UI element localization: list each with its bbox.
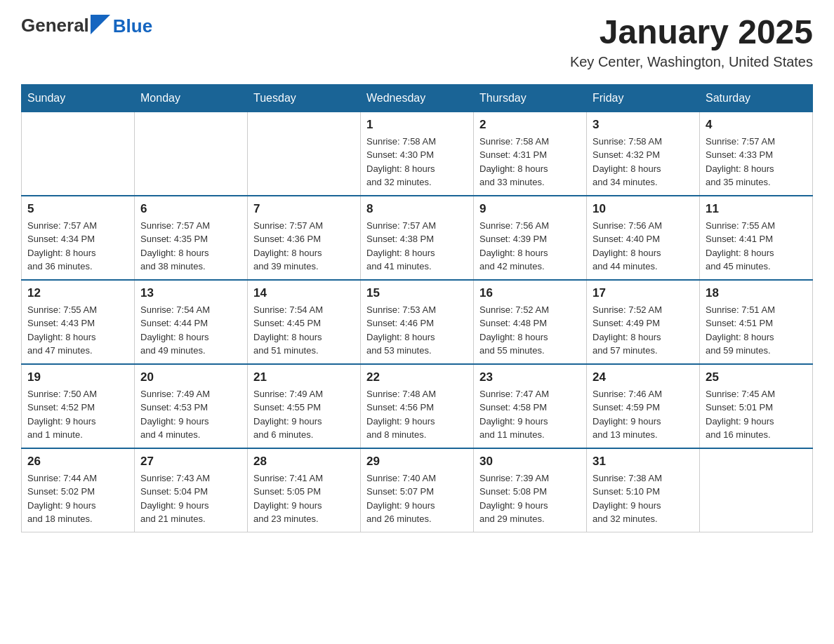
day-number: 31 bbox=[593, 455, 694, 469]
calendar-day-header: Tuesday bbox=[248, 84, 361, 112]
day-info: Sunrise: 7:50 AM Sunset: 4:52 PM Dayligh… bbox=[27, 387, 128, 442]
calendar-cell bbox=[248, 112, 361, 196]
calendar-cell: 20Sunrise: 7:49 AM Sunset: 4:53 PM Dayli… bbox=[135, 364, 248, 448]
calendar-week-row: 5Sunrise: 7:57 AM Sunset: 4:34 PM Daylig… bbox=[22, 196, 813, 280]
day-info: Sunrise: 7:57 AM Sunset: 4:35 PM Dayligh… bbox=[140, 219, 241, 274]
calendar-cell: 17Sunrise: 7:52 AM Sunset: 4:49 PM Dayli… bbox=[587, 280, 700, 364]
day-info: Sunrise: 7:57 AM Sunset: 4:33 PM Dayligh… bbox=[706, 135, 807, 189]
day-number: 18 bbox=[706, 286, 807, 300]
calendar-day-header: Monday bbox=[135, 84, 248, 112]
day-info: Sunrise: 7:38 AM Sunset: 5:10 PM Dayligh… bbox=[593, 471, 694, 526]
day-number: 20 bbox=[140, 370, 241, 384]
day-number: 8 bbox=[366, 202, 468, 216]
day-info: Sunrise: 7:49 AM Sunset: 4:55 PM Dayligh… bbox=[253, 387, 355, 442]
calendar-cell bbox=[135, 112, 248, 196]
day-info: Sunrise: 7:49 AM Sunset: 4:53 PM Dayligh… bbox=[140, 387, 241, 442]
day-number: 3 bbox=[593, 118, 694, 132]
month-title: January 2025 bbox=[570, 14, 813, 51]
day-number: 14 bbox=[253, 286, 355, 300]
page-header: General Blue January 2025 Key Center, Wa… bbox=[21, 14, 813, 70]
logo-general-text: General bbox=[21, 15, 89, 36]
calendar-table: SundayMondayTuesdayWednesdayThursdayFrid… bbox=[21, 84, 813, 532]
calendar-week-row: 19Sunrise: 7:50 AM Sunset: 4:52 PM Dayli… bbox=[22, 364, 813, 448]
calendar-cell: 4Sunrise: 7:57 AM Sunset: 4:33 PM Daylig… bbox=[700, 112, 813, 196]
calendar-cell: 9Sunrise: 7:56 AM Sunset: 4:39 PM Daylig… bbox=[474, 196, 587, 280]
calendar-week-row: 26Sunrise: 7:44 AM Sunset: 5:02 PM Dayli… bbox=[22, 448, 813, 532]
day-number: 2 bbox=[479, 118, 581, 132]
day-info: Sunrise: 7:51 AM Sunset: 4:51 PM Dayligh… bbox=[706, 303, 807, 358]
calendar-cell: 30Sunrise: 7:39 AM Sunset: 5:08 PM Dayli… bbox=[474, 448, 587, 532]
day-number: 16 bbox=[479, 286, 581, 300]
day-info: Sunrise: 7:52 AM Sunset: 4:48 PM Dayligh… bbox=[479, 303, 581, 358]
calendar-day-header: Sunday bbox=[22, 84, 135, 112]
day-info: Sunrise: 7:58 AM Sunset: 4:30 PM Dayligh… bbox=[366, 135, 468, 189]
day-number: 12 bbox=[27, 286, 128, 300]
calendar-cell: 27Sunrise: 7:43 AM Sunset: 5:04 PM Dayli… bbox=[135, 448, 248, 532]
day-info: Sunrise: 7:52 AM Sunset: 4:49 PM Dayligh… bbox=[593, 303, 694, 358]
calendar-cell: 12Sunrise: 7:55 AM Sunset: 4:43 PM Dayli… bbox=[22, 280, 135, 364]
calendar-cell: 10Sunrise: 7:56 AM Sunset: 4:40 PM Dayli… bbox=[587, 196, 700, 280]
calendar-day-header: Friday bbox=[587, 84, 700, 112]
calendar-cell: 8Sunrise: 7:57 AM Sunset: 4:38 PM Daylig… bbox=[361, 196, 474, 280]
day-info: Sunrise: 7:40 AM Sunset: 5:07 PM Dayligh… bbox=[366, 471, 468, 526]
day-number: 19 bbox=[27, 370, 128, 384]
calendar-day-header: Saturday bbox=[700, 84, 813, 112]
day-info: Sunrise: 7:54 AM Sunset: 4:45 PM Dayligh… bbox=[253, 303, 355, 358]
calendar-cell: 23Sunrise: 7:47 AM Sunset: 4:58 PM Dayli… bbox=[474, 364, 587, 448]
title-area: January 2025 Key Center, Washington, Uni… bbox=[570, 14, 813, 70]
calendar-cell: 24Sunrise: 7:46 AM Sunset: 4:59 PM Dayli… bbox=[587, 364, 700, 448]
day-info: Sunrise: 7:45 AM Sunset: 5:01 PM Dayligh… bbox=[706, 387, 807, 442]
calendar-cell: 26Sunrise: 7:44 AM Sunset: 5:02 PM Dayli… bbox=[22, 448, 135, 532]
day-info: Sunrise: 7:55 AM Sunset: 4:43 PM Dayligh… bbox=[27, 303, 128, 358]
day-info: Sunrise: 7:44 AM Sunset: 5:02 PM Dayligh… bbox=[27, 471, 128, 526]
day-number: 9 bbox=[479, 202, 581, 216]
calendar-cell: 16Sunrise: 7:52 AM Sunset: 4:48 PM Dayli… bbox=[474, 280, 587, 364]
day-number: 15 bbox=[366, 286, 468, 300]
day-info: Sunrise: 7:58 AM Sunset: 4:31 PM Dayligh… bbox=[479, 135, 581, 189]
day-info: Sunrise: 7:47 AM Sunset: 4:58 PM Dayligh… bbox=[479, 387, 581, 442]
day-info: Sunrise: 7:57 AM Sunset: 4:36 PM Dayligh… bbox=[253, 219, 355, 274]
day-number: 30 bbox=[479, 455, 581, 469]
day-number: 27 bbox=[140, 455, 241, 469]
calendar-cell: 7Sunrise: 7:57 AM Sunset: 4:36 PM Daylig… bbox=[248, 196, 361, 280]
calendar-cell: 18Sunrise: 7:51 AM Sunset: 4:51 PM Dayli… bbox=[700, 280, 813, 364]
day-number: 25 bbox=[706, 370, 807, 384]
day-info: Sunrise: 7:56 AM Sunset: 4:39 PM Dayligh… bbox=[479, 219, 581, 274]
calendar-cell: 6Sunrise: 7:57 AM Sunset: 4:35 PM Daylig… bbox=[135, 196, 248, 280]
day-info: Sunrise: 7:43 AM Sunset: 5:04 PM Dayligh… bbox=[140, 471, 241, 526]
day-number: 10 bbox=[593, 202, 694, 216]
calendar-week-row: 1Sunrise: 7:58 AM Sunset: 4:30 PM Daylig… bbox=[22, 112, 813, 196]
day-info: Sunrise: 7:53 AM Sunset: 4:46 PM Dayligh… bbox=[366, 303, 468, 358]
day-number: 6 bbox=[140, 202, 241, 216]
logo: General Blue bbox=[21, 14, 152, 37]
calendar-cell: 14Sunrise: 7:54 AM Sunset: 4:45 PM Dayli… bbox=[248, 280, 361, 364]
calendar-cell: 5Sunrise: 7:57 AM Sunset: 4:34 PM Daylig… bbox=[22, 196, 135, 280]
day-info: Sunrise: 7:48 AM Sunset: 4:56 PM Dayligh… bbox=[366, 387, 468, 442]
day-number: 26 bbox=[27, 455, 128, 469]
calendar-cell: 13Sunrise: 7:54 AM Sunset: 4:44 PM Dayli… bbox=[135, 280, 248, 364]
calendar-week-row: 12Sunrise: 7:55 AM Sunset: 4:43 PM Dayli… bbox=[22, 280, 813, 364]
calendar-cell: 25Sunrise: 7:45 AM Sunset: 5:01 PM Dayli… bbox=[700, 364, 813, 448]
calendar-cell: 21Sunrise: 7:49 AM Sunset: 4:55 PM Dayli… bbox=[248, 364, 361, 448]
day-info: Sunrise: 7:58 AM Sunset: 4:32 PM Dayligh… bbox=[593, 135, 694, 189]
calendar-cell: 1Sunrise: 7:58 AM Sunset: 4:30 PM Daylig… bbox=[361, 112, 474, 196]
day-number: 5 bbox=[27, 202, 128, 216]
day-info: Sunrise: 7:54 AM Sunset: 4:44 PM Dayligh… bbox=[140, 303, 241, 358]
calendar-day-header: Thursday bbox=[474, 84, 587, 112]
calendar-cell: 28Sunrise: 7:41 AM Sunset: 5:05 PM Dayli… bbox=[248, 448, 361, 532]
day-info: Sunrise: 7:56 AM Sunset: 4:40 PM Dayligh… bbox=[593, 219, 694, 274]
day-number: 13 bbox=[140, 286, 241, 300]
day-number: 4 bbox=[706, 118, 807, 132]
calendar-cell: 15Sunrise: 7:53 AM Sunset: 4:46 PM Dayli… bbox=[361, 280, 474, 364]
calendar-cell: 22Sunrise: 7:48 AM Sunset: 4:56 PM Dayli… bbox=[361, 364, 474, 448]
day-number: 22 bbox=[366, 370, 468, 384]
logo-blue-text: Blue bbox=[113, 15, 152, 36]
day-info: Sunrise: 7:46 AM Sunset: 4:59 PM Dayligh… bbox=[593, 387, 694, 442]
calendar-cell bbox=[700, 448, 813, 532]
day-number: 28 bbox=[253, 455, 355, 469]
calendar-cell bbox=[22, 112, 135, 196]
day-info: Sunrise: 7:57 AM Sunset: 4:34 PM Dayligh… bbox=[27, 219, 128, 274]
day-number: 1 bbox=[366, 118, 468, 132]
calendar-cell: 31Sunrise: 7:38 AM Sunset: 5:10 PM Dayli… bbox=[587, 448, 700, 532]
day-info: Sunrise: 7:39 AM Sunset: 5:08 PM Dayligh… bbox=[479, 471, 581, 526]
